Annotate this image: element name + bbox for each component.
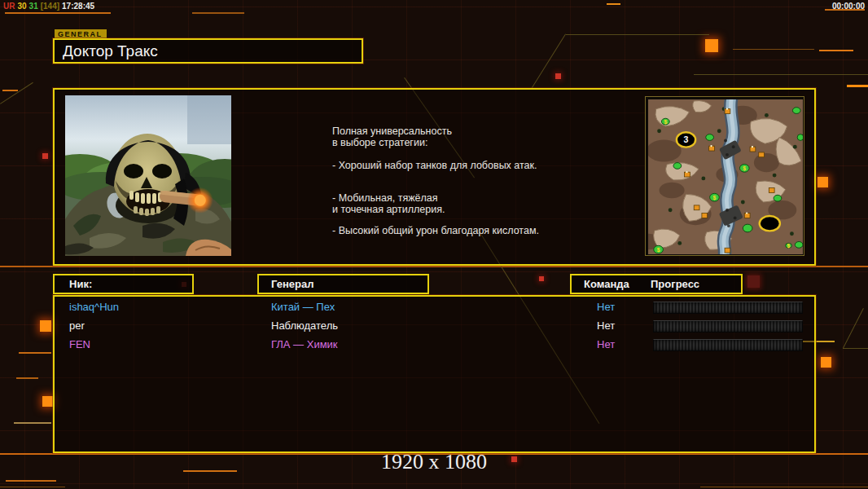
decor-diagonal-line [843, 348, 868, 349]
decor-line [2, 90, 18, 91]
decor-line [733, 49, 814, 50]
decor-line [192, 12, 244, 14]
decor-red-square [555, 73, 561, 79]
general-title: Доктор Тракс [53, 38, 363, 64]
start-position-marker: 3 [684, 134, 689, 144]
desc-line: в выборе стратегии: [332, 137, 642, 148]
debug-clock: 17:28:45 [62, 2, 94, 11]
general-portrait [65, 95, 231, 256]
header-progress: Прогресс [651, 275, 699, 293]
svg-text:$: $ [664, 119, 667, 126]
decor-diagonal-line [531, 33, 566, 89]
debug-bracket-value: [144] [41, 2, 59, 11]
minimap: $$$ $$ 3 [645, 96, 804, 256]
decor-line [19, 352, 51, 354]
player-row: FEN ГЛА — Химик Нет [55, 337, 814, 352]
decor-diagonal-line [694, 74, 868, 75]
debug-fps: 30 [17, 2, 26, 11]
decor-line [16, 377, 38, 379]
player-progress-bar [653, 339, 803, 351]
player-progress-bar [653, 302, 803, 314]
debug-tag: UR [3, 2, 15, 11]
players-panel: ishaq^Hun Китай — Пех Нет per Наблюдател… [53, 295, 816, 453]
player-team: Нет [597, 319, 615, 333]
match-timer: 00:00:00 [832, 2, 865, 11]
decor-diagonal-line [0, 82, 33, 104]
decor-line [5, 12, 111, 14]
decor-orange-square [40, 320, 51, 332]
player-nick: FEN [69, 337, 90, 352]
decor-orange-square [705, 39, 718, 52]
desc-line: - Мобильная, тяжёлая [332, 192, 642, 204]
player-row: per Наблюдатель Нет [55, 319, 814, 333]
decor-diagonal-line [843, 308, 864, 348]
desc-line: и точечная артиллерия. [332, 204, 642, 215]
decor-orange-square [42, 396, 53, 407]
decor-orange-square [821, 357, 831, 368]
svg-text:$: $ [657, 247, 660, 253]
resolution-label: 1920 x 1080 [0, 450, 868, 474]
player-nick: ishaq^Hun [69, 300, 119, 315]
decor-diagonal-line [566, 34, 709, 35]
general-description: Полная универсальность в выборе стратеги… [332, 126, 642, 236]
decor-red-square [42, 153, 48, 159]
player-general: ГЛА — Химик [271, 337, 338, 352]
player-team: Нет [597, 300, 615, 315]
start-position-ellipse [760, 216, 780, 231]
decor-line [700, 487, 868, 487]
header-team-progress: Команда Прогресс [570, 274, 743, 294]
decor-line [0, 487, 65, 487]
decor-red-square [747, 275, 760, 288]
decor-line [607, 3, 620, 5]
svg-text:$: $ [743, 165, 746, 172]
player-general: Китай — Пех [271, 300, 335, 315]
header-nick: Ник: [53, 274, 194, 294]
decor-line [847, 85, 868, 87]
player-nick: per [69, 319, 85, 333]
player-row: ishaq^Hun Китай — Пех Нет [55, 300, 814, 315]
svg-text:$: $ [787, 243, 791, 249]
general-info-panel: Полная универсальность в выборе стратеги… [53, 88, 816, 266]
header-general: Генерал [257, 274, 429, 294]
minimap-image: $$$ $$ 3 [648, 99, 803, 254]
decor-red-square [539, 276, 544, 281]
decor-line [14, 422, 51, 424]
desc-line: - Хороший набор танков для лобовых атак. [332, 160, 642, 171]
decor-orange-square [818, 177, 828, 187]
loading-screen: UR3031[144]17:28:45 00:00:00 GENERAL Док… [0, 0, 868, 489]
desc-line: Полная универсальность [332, 126, 642, 137]
debug-value: 31 [29, 2, 38, 11]
debug-status-text: UR3031[144]17:28:45 [3, 2, 97, 11]
player-team: Нет [597, 337, 615, 352]
decor-line [819, 50, 853, 51]
portrait-image [65, 95, 231, 256]
player-general: Наблюдатель [271, 319, 338, 333]
player-progress-bar [653, 320, 803, 333]
decor-line [0, 266, 868, 267]
decor-line [6, 480, 56, 482]
desc-line: - Высокий общий урон благодаря кислотам. [332, 225, 642, 236]
header-team: Команда [584, 275, 629, 293]
svg-text:$: $ [712, 195, 716, 201]
